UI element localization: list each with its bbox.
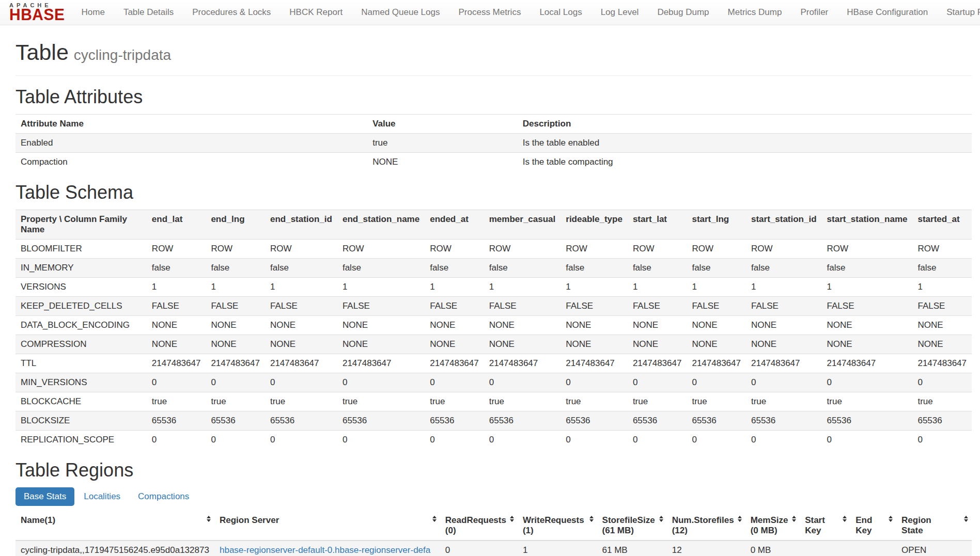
attributes-header-row: Attribute NameValueDescription [15, 115, 972, 134]
nav-item-startup-progress[interactable]: Startup Progress [937, 0, 980, 25]
hbase-logo[interactable]: APACHE HBASE [5, 2, 72, 23]
nav-item-hbase-configuration[interactable]: HBase Configuration [837, 0, 937, 25]
schema-property-value: NONE [687, 335, 746, 354]
schema-property-value: NONE [265, 335, 337, 354]
regions-column-header-region[interactable]: RegionState [896, 511, 972, 541]
nav-item-named-queue-logs[interactable]: Named Queue Logs [352, 0, 449, 25]
nav-item-table-details[interactable]: Table Details [114, 0, 183, 25]
schema-family-header: start_lng [687, 210, 746, 240]
nav-item-debug-dump[interactable]: Debug Dump [648, 0, 718, 25]
regions-column-sublabel: (0 MB) [751, 526, 789, 536]
nav-item-metrics-dump[interactable]: Metrics Dump [719, 0, 791, 25]
schema-property-value: FALSE [687, 297, 746, 316]
sort-up-arrow-icon [432, 516, 437, 518]
sort-icon[interactable] [738, 516, 742, 522]
regions-header-row: Name(1)Region ServerReadRequests(0)Write… [15, 511, 972, 541]
schema-property-value: 2147483647 [687, 354, 746, 373]
region-server-link[interactable]: hbase-regionserver-default-0.hbase-regio… [220, 545, 430, 556]
schema-property-value: NONE [147, 335, 206, 354]
sort-up-arrow-icon [589, 516, 594, 518]
schema-property-value: 2147483647 [206, 354, 265, 373]
schema-family-header: end_lng [206, 210, 265, 240]
title-divider [15, 75, 972, 76]
schema-property-value: 65536 [206, 411, 265, 431]
regions-column-header-num-storefiles[interactable]: Num.Storefiles(12) [667, 511, 745, 541]
schema-property-value: 1 [147, 278, 206, 297]
schema-property-name: BLOOMFILTER [15, 240, 147, 259]
regions-column-header-name-1-[interactable]: Name(1) [15, 511, 214, 541]
schema-property-value: 0 [147, 431, 206, 450]
schema-property-value: 0 [265, 431, 337, 450]
schema-property-value: 2147483647 [561, 354, 628, 373]
regions-column-header-storefilesize[interactable]: StorefileSize(61 MB) [597, 511, 667, 541]
schema-property-value: true [822, 392, 913, 411]
schema-row: IN_MEMORYfalsefalsefalsefalsefalsefalsef… [15, 259, 972, 278]
schema-property-value: 0 [337, 373, 425, 392]
schema-property-value: 0 [425, 431, 484, 450]
schema-property-value: 65536 [687, 411, 746, 431]
schema-property-name: REPLICATION_SCOPE [15, 431, 147, 450]
sort-icon[interactable] [792, 516, 796, 522]
regions-column-header-readrequests[interactable]: ReadRequests(0) [440, 511, 518, 541]
nav-item-procedures-locks[interactable]: Procedures & Locks [183, 0, 280, 25]
attributes-cell: Enabled [15, 134, 367, 153]
schema-property-value: 1 [561, 278, 628, 297]
schema-row: DATA_BLOCK_ENCODINGNONENONENONENONENONEN… [15, 316, 972, 335]
schema-property-name: COMPRESSION [15, 335, 147, 354]
schema-property-value: 1 [746, 278, 822, 297]
schema-property-value: 0 [206, 373, 265, 392]
regions-column-label: Start [805, 515, 825, 525]
schema-property-value: 2147483647 [628, 354, 687, 373]
regions-column-header-writerequests[interactable]: WriteRequests(1) [518, 511, 597, 541]
sort-down-arrow-icon [432, 519, 437, 522]
schema-property-value: ROW [746, 240, 822, 259]
regions-column-header-start[interactable]: StartKey [800, 511, 850, 541]
nav-item-hbck-report[interactable]: HBCK Report [280, 0, 352, 25]
schema-property-value: 2147483647 [484, 354, 561, 373]
sort-down-arrow-icon [843, 519, 847, 522]
schema-property-value: ROW [337, 240, 425, 259]
sort-icon[interactable] [889, 516, 893, 522]
schema-row: COMPRESSIONNONENONENONENONENONENONENONEN… [15, 335, 972, 354]
sort-down-arrow-icon [659, 519, 663, 522]
nav-item-home[interactable]: Home [72, 0, 114, 25]
schema-property-value: true [337, 392, 425, 411]
sort-icon[interactable] [589, 516, 594, 522]
nav-item-log-level[interactable]: Log Level [592, 0, 648, 25]
sort-icon[interactable] [964, 516, 968, 522]
schema-property-value: FALSE [265, 297, 337, 316]
tab-localities[interactable]: Localities [75, 487, 129, 506]
schema-property-value: ROW [484, 240, 561, 259]
sort-icon[interactable] [207, 516, 211, 522]
schema-property-value: FALSE [484, 297, 561, 316]
sort-up-arrow-icon [510, 516, 514, 518]
nav-item-local-logs[interactable]: Local Logs [530, 0, 591, 25]
regions-column-header-memsize[interactable]: MemSize(0 MB) [745, 511, 800, 541]
nav-item-profiler[interactable]: Profiler [791, 0, 837, 25]
sort-up-arrow-icon [843, 516, 847, 518]
region-storefile-size-cell: 61 MB [597, 541, 667, 556]
schema-property-value: NONE [484, 335, 561, 354]
nav-item-process-metrics[interactable]: Process Metrics [449, 0, 530, 25]
schema-row: TTL2147483647214748364721474836472147483… [15, 354, 972, 373]
tab-compactions[interactable]: Compactions [130, 487, 197, 506]
regions-column-header-region-server[interactable]: Region Server [214, 511, 440, 541]
schema-property-value: false [265, 259, 337, 278]
tab-base-stats[interactable]: Base Stats [15, 487, 74, 506]
schema-property-name: IN_MEMORY [15, 259, 147, 278]
schema-property-value: 0 [337, 431, 425, 450]
page-content: Tablecycling-tripdata Table Attributes A… [0, 40, 980, 556]
schema-family-header: ended_at [425, 210, 484, 240]
sort-icon[interactable] [510, 516, 514, 522]
sort-down-arrow-icon [738, 519, 742, 522]
regions-column-header-end[interactable]: EndKey [850, 511, 896, 541]
schema-property-value: ROW [147, 240, 206, 259]
regions-column-label: Num.Storefiles [672, 515, 734, 525]
schema-property-value: FALSE [628, 297, 687, 316]
sort-icon[interactable] [659, 516, 663, 522]
sort-icon[interactable] [843, 516, 847, 522]
schema-property-value: 0 [912, 431, 972, 450]
sort-icon[interactable] [432, 516, 437, 522]
schema-property-value: FALSE [561, 297, 628, 316]
schema-property-value: 0 [912, 373, 972, 392]
